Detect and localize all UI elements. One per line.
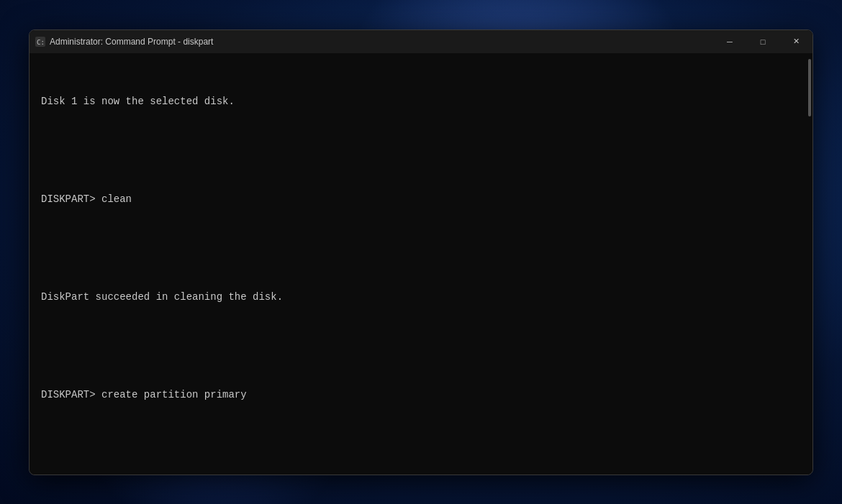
terminal-line: DiskPart succeeded in cleaning the disk. — [41, 289, 801, 305]
maximize-button[interactable]: □ — [746, 30, 779, 53]
scrollbar[interactable] — [808, 59, 811, 116]
title-bar-controls: ─ □ ✕ — [713, 30, 812, 53]
minimize-button[interactable]: ─ — [713, 30, 746, 53]
terminal-line: Disk 1 is now the selected disk. — [41, 93, 801, 109]
terminal-body[interactable]: Disk 1 is now the selected disk. DISKPAR… — [30, 53, 812, 475]
svg-text:C:: C: — [37, 39, 45, 46]
terminal-line: DISKPART> create partition primary — [41, 387, 801, 403]
title-bar-left: C: Administrator: Command Prompt - diskp… — [35, 37, 213, 47]
terminal-content: Disk 1 is now the selected disk. DISKPAR… — [41, 62, 801, 475]
terminal-window: C: Administrator: Command Prompt - diskp… — [29, 29, 813, 475]
terminal-line: DISKPART> clean — [41, 191, 801, 207]
window-title: Administrator: Command Prompt - diskpart — [50, 37, 213, 47]
cmd-icon: C: — [35, 37, 45, 47]
title-bar: C: Administrator: Command Prompt - diskp… — [30, 30, 812, 53]
close-button[interactable]: ✕ — [779, 30, 812, 53]
